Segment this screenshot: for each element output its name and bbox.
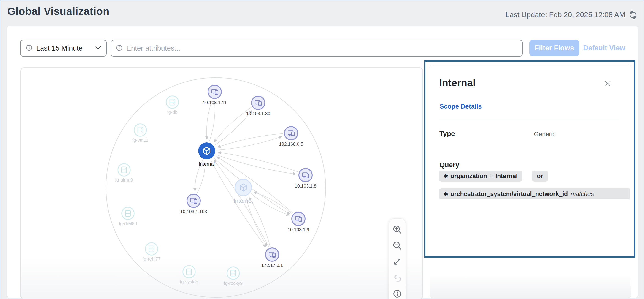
flow-edge <box>217 157 293 213</box>
graph-node-ip-10-103-1-8[interactable]: 10.103.1.8 <box>295 168 316 188</box>
query-label: Query <box>440 161 459 169</box>
asterisk-icon: ✱ <box>444 191 448 197</box>
time-range-dropdown[interactable]: Last 15 Minute <box>20 40 107 56</box>
graph-node-internal[interactable]: Internal <box>198 142 215 166</box>
graph-node-ip-10-103-1-103[interactable]: 10.103.1.103 <box>180 194 207 214</box>
graph-node-host-fg-rocky9[interactable]: fg-rocky9 <box>224 267 242 286</box>
svg-text:fg-syslog: fg-syslog <box>180 279 198 284</box>
query-join-chip: or <box>532 170 548 182</box>
info-circle-icon <box>116 44 123 52</box>
panel-title: Internal <box>439 77 476 88</box>
zoom-in-icon <box>392 224 402 235</box>
chevron-down-icon <box>95 46 101 50</box>
svg-text:fg-vm11: fg-vm11 <box>132 138 148 143</box>
svg-text:fg-rehl77: fg-rehl77 <box>142 256 161 262</box>
last-update-text: Last Update: Feb 20, 2025 12:08 AM <box>506 10 625 19</box>
query-value: Internal <box>495 172 518 180</box>
query-operator: matches <box>570 190 594 197</box>
flow-edge <box>216 154 295 174</box>
svg-text:Internet: Internet <box>234 198 253 204</box>
query-operator: = <box>490 172 493 180</box>
flow-edge <box>251 194 289 215</box>
close-panel-button[interactable] <box>604 80 612 88</box>
divider <box>440 149 619 149</box>
attribute-search <box>111 40 523 56</box>
svg-text:fg-alma9: fg-alma9 <box>115 178 133 182</box>
query-chip-clip: ✱orchestrator_system/virtual_network_idm… <box>439 188 630 200</box>
svg-text:10.103.1.9: 10.103.1.9 <box>288 227 310 232</box>
divider <box>440 120 619 120</box>
filter-flows-button[interactable]: Filter Flows <box>529 40 579 56</box>
info-button[interactable] <box>391 287 403 299</box>
svg-text:10.103.1.80: 10.103.1.80 <box>246 111 270 116</box>
graph-node-host-fg-rehl77[interactable]: fg-rehl77 <box>142 243 161 262</box>
expand-icon <box>392 257 402 267</box>
flow-edge <box>207 100 212 139</box>
flow-edge <box>210 102 215 141</box>
type-label: Type <box>440 130 455 138</box>
zoom-in-button[interactable] <box>391 223 403 237</box>
page-title: Global Visualization <box>7 5 110 18</box>
scope-details-link[interactable]: Scope Details <box>440 103 482 110</box>
graph-node-ip-10-103-1-11[interactable]: 10.103.1.11 <box>203 85 226 105</box>
query-clause-chip: ✱orchestrator_system/virtual_network_idm… <box>439 188 630 200</box>
graph-node-host-fg-db[interactable]: fg-db <box>166 96 178 115</box>
flow-edge <box>246 197 267 246</box>
scope-boundary-circle <box>106 78 326 298</box>
undo-icon <box>392 273 402 283</box>
query-chips-row: ✱organization=Internal or <box>439 170 548 182</box>
time-range-value: Last 15 Minute <box>36 44 92 52</box>
flow-edge <box>219 152 298 172</box>
last-update: Last Update: Feb 20, 2025 12:08 AM <box>506 10 637 19</box>
svg-text:fg-rhel80: fg-rhel80 <box>119 221 137 226</box>
search-input[interactable] <box>126 44 518 52</box>
network-graph: Internal Internet 10.103.1.11 10.103.1.8… <box>20 67 423 299</box>
zoom-out-icon <box>392 240 402 251</box>
clock-icon <box>26 44 32 52</box>
svg-text:fg-db: fg-db <box>167 110 178 115</box>
info-icon <box>392 289 402 299</box>
close-icon <box>604 80 612 87</box>
graph-node-ip-10-103-1-80[interactable]: 10.103.1.80 <box>246 96 270 116</box>
undo-button[interactable] <box>391 270 403 284</box>
asterisk-icon: ✱ <box>444 173 448 179</box>
graph-node-host-fg-rhel80[interactable]: fg-rhel80 <box>119 207 137 226</box>
global-visualization-page: Global Visualization Last Update: Feb 20… <box>0 0 644 299</box>
query-field: orchestrator_system/virtual_network_id <box>450 190 568 197</box>
graph-node-internet[interactable]: Internet <box>234 179 253 204</box>
graph-node-host-fg-vm11[interactable]: fg-vm11 <box>132 124 148 143</box>
query-clause-chip: ✱organization=Internal <box>439 170 522 182</box>
graph-node-host-fg-alma9[interactable]: fg-alma9 <box>115 164 133 182</box>
svg-text:10.103.1.11: 10.103.1.11 <box>203 100 226 105</box>
svg-text:10.103.1.103: 10.103.1.103 <box>180 209 207 214</box>
graph-node-ip-192-168-0-5[interactable]: 192.168.0.5 <box>279 126 303 146</box>
svg-text:fg-rocky9: fg-rocky9 <box>224 281 242 286</box>
svg-text:10.103.1.8: 10.103.1.8 <box>295 184 316 188</box>
type-value: Generic <box>534 131 556 138</box>
graph-zoom-toolbar <box>389 218 406 299</box>
graph-node-ip-172-17-0-1[interactable]: 172.17.0.1 <box>261 248 283 268</box>
zoom-out-button[interactable] <box>391 239 403 253</box>
default-view-button[interactable]: Default View <box>583 40 625 56</box>
graph-node-ip-10-103-1-9[interactable]: 10.103.1.9 <box>288 212 310 232</box>
svg-text:192.168.0.5: 192.168.0.5 <box>279 142 303 146</box>
refresh-icon[interactable] <box>629 11 637 19</box>
query-field: organization <box>450 172 487 180</box>
graph-node-host-fg-syslog[interactable]: fg-syslog <box>180 266 198 284</box>
scope-details-panel: Internal Scope Details Type Generic Quer… <box>430 64 632 298</box>
svg-text:172.17.0.1: 172.17.0.1 <box>261 263 283 268</box>
svg-text:Internal: Internal <box>199 161 215 166</box>
flow-edge <box>254 192 292 214</box>
flow-edge <box>197 163 205 194</box>
fit-expand-button[interactable] <box>391 255 403 269</box>
